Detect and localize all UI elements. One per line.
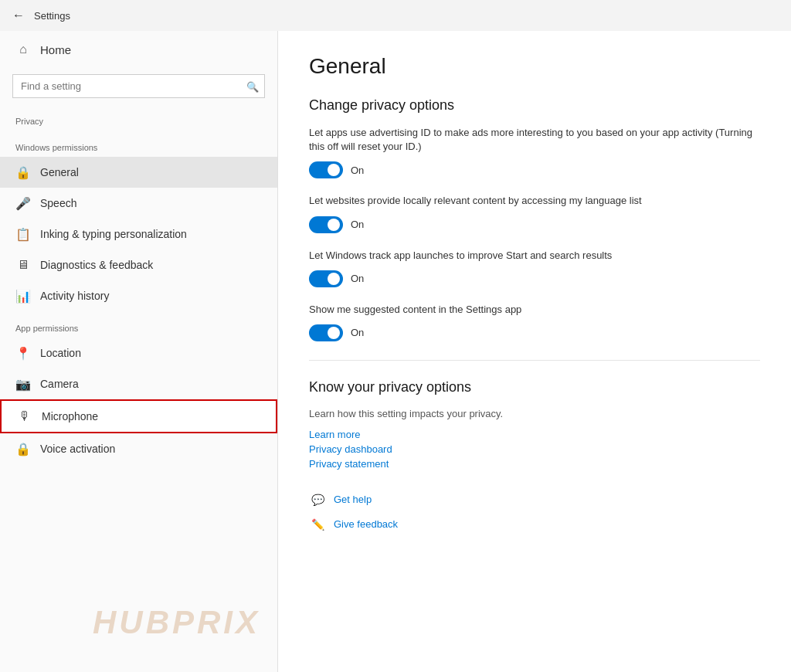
location-icon: 📍 <box>15 345 31 361</box>
title-bar: ← Settings <box>0 0 791 31</box>
language-list-toggle-label: On <box>351 219 364 230</box>
setting-suggested-content: Show me suggested content in the Setting… <box>309 303 760 341</box>
microphone-icon: 🎙 <box>17 409 32 424</box>
know-privacy-heading: Know your privacy options <box>309 379 760 395</box>
advertising-id-description: Let apps use advertising ID to make ads … <box>309 126 757 154</box>
back-button[interactable]: ← <box>12 8 25 22</box>
setting-app-launches: Let Windows track app launches to improv… <box>309 249 760 287</box>
app-title: Settings <box>34 10 70 22</box>
know-privacy-section: Know your privacy options Learn how this… <box>309 379 760 470</box>
general-icon: 🔒 <box>15 165 31 180</box>
app-launches-toggle-row: On <box>309 270 760 287</box>
advertising-id-toggle[interactable] <box>309 161 343 178</box>
sidebar-speech-label: Speech <box>40 197 76 209</box>
windows-permissions-label: Windows permissions <box>0 131 277 157</box>
sidebar-microphone-label: Microphone <box>42 410 98 423</box>
language-list-description: Let websites provide locally relevant co… <box>309 194 757 208</box>
sidebar-item-voice[interactable]: 🔒 Voice activation <box>0 433 277 464</box>
sidebar-home-label: Home <box>40 43 71 56</box>
app-launches-description: Let Windows track app launches to improv… <box>309 249 757 263</box>
inking-icon: 📋 <box>15 226 31 242</box>
privacy-label: Privacy <box>0 104 277 131</box>
give-feedback-item[interactable]: ✏️ Give feedback <box>309 516 760 533</box>
camera-icon: 📷 <box>15 376 31 392</box>
sidebar-item-camera[interactable]: 📷 Camera <box>0 368 277 399</box>
main-layout: ⌂ Home 🔍 Privacy Windows permissions 🔒 G… <box>0 31 791 672</box>
home-icon: ⌂ <box>15 42 31 57</box>
sidebar-item-speech[interactable]: 🎤 Speech <box>0 188 277 219</box>
get-help-link[interactable]: Get help <box>334 494 372 505</box>
speech-icon: 🎤 <box>15 195 31 211</box>
sidebar-item-activity[interactable]: 📊 Activity history <box>0 280 277 311</box>
sidebar-voice-label: Voice activation <box>40 443 115 455</box>
app-launches-toggle[interactable] <box>309 270 343 287</box>
page-title: General <box>309 54 760 79</box>
content-area: General Change privacy options Let apps … <box>278 31 791 672</box>
know-privacy-subtitle: Learn how this setting impacts your priv… <box>309 408 760 419</box>
sidebar-general-label: General <box>40 166 79 178</box>
advertising-id-toggle-row: On <box>309 161 760 178</box>
sidebar-item-microphone[interactable]: 🎙 Microphone <box>0 399 277 433</box>
sidebar-location-label: Location <box>40 347 81 359</box>
sidebar-item-inking[interactable]: 📋 Inking & typing personalization <box>0 219 277 249</box>
section-divider <box>309 360 760 361</box>
sidebar-camera-label: Camera <box>40 378 79 390</box>
sidebar-item-location[interactable]: 📍 Location <box>0 338 277 368</box>
search-input[interactable] <box>12 74 265 98</box>
activity-icon: 📊 <box>15 288 31 304</box>
suggested-content-toggle-row: On <box>309 324 760 341</box>
get-help-item[interactable]: 💬 Get help <box>309 491 760 508</box>
app-launches-toggle-label: On <box>351 273 364 284</box>
privacy-dashboard-link[interactable]: Privacy dashboard <box>309 443 760 455</box>
privacy-statement-link[interactable]: Privacy statement <box>309 458 760 470</box>
advertising-id-toggle-label: On <box>351 165 364 176</box>
learn-more-link[interactable]: Learn more <box>309 429 760 440</box>
search-icon: 🔍 <box>246 80 259 92</box>
sidebar-item-home[interactable]: ⌂ Home <box>0 31 277 68</box>
suggested-content-toggle[interactable] <box>309 324 343 341</box>
sidebar-item-general[interactable]: 🔒 General <box>0 157 277 188</box>
get-help-icon: 💬 <box>309 491 326 508</box>
sidebar-item-diagnostics[interactable]: 🖥 Diagnostics & feedback <box>0 249 277 280</box>
language-list-toggle-row: On <box>309 216 760 233</box>
setting-advertising-id: Let apps use advertising ID to make ads … <box>309 126 760 178</box>
help-section: 💬 Get help ✏️ Give feedback <box>309 491 760 533</box>
setting-language-list: Let websites provide locally relevant co… <box>309 194 760 232</box>
give-feedback-link[interactable]: Give feedback <box>334 518 398 530</box>
sidebar-search-container: 🔍 <box>12 74 265 98</box>
suggested-content-toggle-label: On <box>351 327 364 338</box>
change-privacy-heading: Change privacy options <box>309 97 760 114</box>
suggested-content-description: Show me suggested content in the Setting… <box>309 303 757 317</box>
language-list-toggle[interactable] <box>309 216 343 233</box>
sidebar-activity-label: Activity history <box>40 290 109 302</box>
give-feedback-icon: ✏️ <box>309 516 326 533</box>
sidebar: ⌂ Home 🔍 Privacy Windows permissions 🔒 G… <box>0 31 278 672</box>
voice-icon: 🔒 <box>15 441 31 456</box>
sidebar-diagnostics-label: Diagnostics & feedback <box>40 259 153 271</box>
sidebar-inking-label: Inking & typing personalization <box>40 228 187 240</box>
diagnostics-icon: 🖥 <box>15 257 31 273</box>
app-permissions-label: App permissions <box>0 311 277 338</box>
